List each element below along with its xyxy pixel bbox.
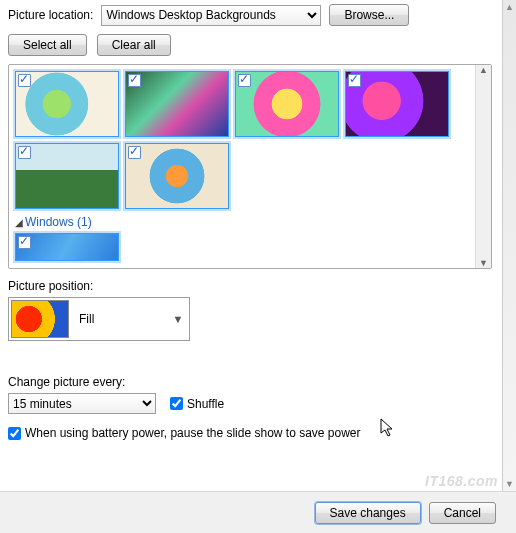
watermark: IT168.com [425, 473, 498, 489]
chevron-down-icon: ▼ [169, 313, 187, 325]
scroll-up-icon: ▲ [479, 65, 488, 75]
scroll-down-icon: ▼ [505, 477, 514, 491]
select-all-button[interactable]: Select all [8, 34, 87, 56]
picture-location-select[interactable]: Windows Desktop Backgrounds [101, 5, 321, 26]
position-preview-icon [11, 300, 69, 338]
scroll-down-icon: ▼ [479, 258, 488, 268]
scroll-up-icon: ▲ [505, 0, 514, 14]
picture-position-label: Picture position: [8, 279, 492, 293]
picture-location-label: Picture location: [8, 8, 93, 22]
thumb-checkbox[interactable] [18, 236, 31, 249]
browse-button[interactable]: Browse... [329, 4, 409, 26]
cancel-button[interactable]: Cancel [429, 502, 496, 524]
section-header-windows[interactable]: ◢ Windows (1) [15, 215, 485, 229]
change-every-label: Change picture every: [8, 375, 492, 389]
picture-position-select[interactable]: Fill ▼ [8, 297, 190, 341]
shuffle-option[interactable]: Shuffle [170, 397, 224, 411]
wallpaper-thumb[interactable] [125, 71, 229, 137]
footer-bar: Save changes Cancel [0, 491, 516, 533]
wallpaper-thumb-windows[interactable] [15, 233, 119, 261]
thumb-checkbox[interactable] [238, 74, 251, 87]
window-scrollbar[interactable]: ▲ ▼ [502, 0, 516, 491]
thumb-checkbox[interactable] [18, 146, 31, 159]
gallery-scrollbar[interactable]: ▲ ▼ [475, 65, 491, 268]
change-interval-select[interactable]: 15 minutes [8, 393, 156, 414]
thumb-checkbox[interactable] [18, 74, 31, 87]
wallpaper-thumb[interactable] [235, 71, 339, 137]
battery-option[interactable]: When using battery power, pause the slid… [8, 426, 492, 440]
collapse-icon: ◢ [15, 217, 23, 228]
clear-all-button[interactable]: Clear all [97, 34, 171, 56]
wallpaper-thumb[interactable] [15, 71, 119, 137]
save-changes-button[interactable]: Save changes [315, 502, 421, 524]
shuffle-checkbox[interactable] [170, 397, 183, 410]
wallpaper-thumb[interactable] [15, 143, 119, 209]
wallpaper-thumb[interactable] [345, 71, 449, 137]
battery-checkbox[interactable] [8, 427, 21, 440]
thumb-checkbox[interactable] [348, 74, 361, 87]
thumb-checkbox[interactable] [128, 74, 141, 87]
thumb-checkbox[interactable] [128, 146, 141, 159]
wallpaper-gallery: ◢ Windows (1) ▲ ▼ [8, 64, 492, 269]
position-value: Fill [69, 312, 169, 326]
wallpaper-thumb[interactable] [125, 143, 229, 209]
